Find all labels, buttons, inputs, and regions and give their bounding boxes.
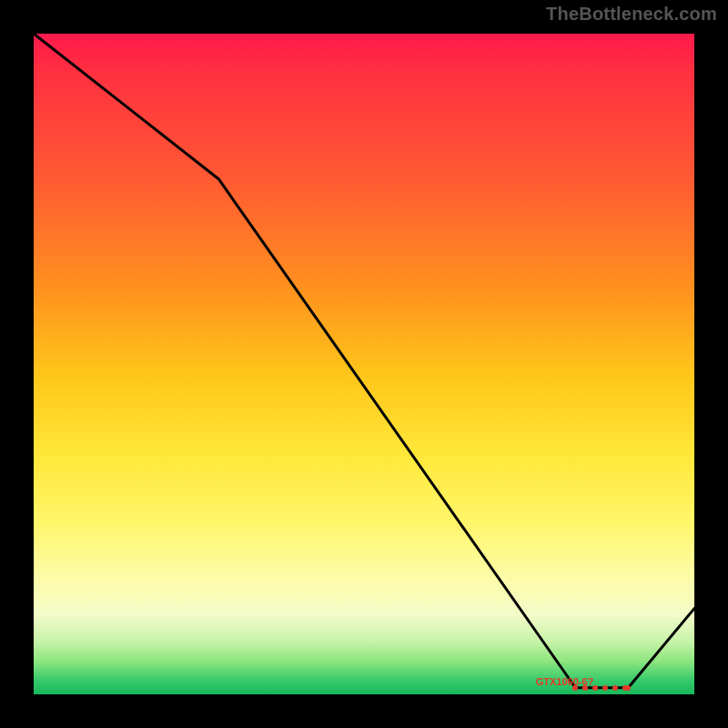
curve-polyline: [34, 34, 694, 688]
chart-frame: TheBottleneck.com GTX1060-6?: [0, 0, 728, 728]
plot-area: GTX1060-6?: [34, 34, 694, 694]
watermark-text: TheBottleneck.com: [546, 4, 717, 25]
bottleneck-curve: [34, 34, 694, 694]
